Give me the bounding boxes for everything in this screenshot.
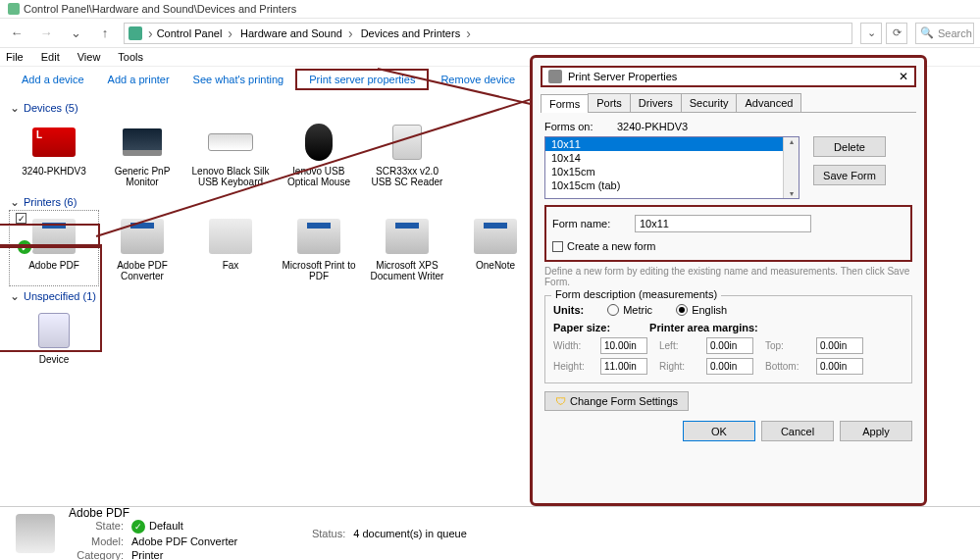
tab-security[interactable]: Security [681, 93, 738, 112]
menu-view[interactable]: View [77, 51, 101, 63]
printer-icon [32, 219, 76, 254]
printer-icon [121, 219, 164, 254]
search-input[interactable]: 🔍 Search [915, 23, 974, 44]
menu-file[interactable]: File [6, 51, 24, 63]
ok-button[interactable]: OK [683, 421, 755, 441]
up-button[interactable]: ↑ [94, 23, 116, 44]
back-button[interactable]: ← [6, 23, 27, 44]
device-item[interactable]: lenovo USB Optical Mouse [275, 117, 363, 191]
add-printer-button[interactable]: Add a printer [96, 71, 181, 88]
form-name-input[interactable] [635, 215, 811, 232]
tab-drivers[interactable]: Drivers [630, 93, 682, 112]
create-new-form-checkbox[interactable] [552, 241, 563, 252]
tab-ports[interactable]: Ports [588, 93, 631, 112]
monitor-icon [123, 128, 162, 156]
print-server-properties-dialog: Print Server Properties ✕ Forms Ports Dr… [530, 55, 927, 506]
server-name: 3240-PKHDV3 [617, 121, 688, 132]
device-icon [38, 313, 70, 348]
form-description-legend: Form description (measurements) [551, 288, 721, 300]
printer-item[interactable]: Microsoft Print to PDF [275, 211, 363, 285]
breadcrumb-item[interactable]: Hardware and Sound [236, 24, 357, 43]
printer-icon [386, 219, 429, 254]
search-icon: 🔍 [920, 26, 934, 39]
default-check-icon: ✓ [131, 520, 145, 534]
list-item[interactable]: 10x11 [545, 137, 799, 151]
window-title: Control Panel\Hardware and Sound\Devices… [24, 3, 296, 15]
printer-large-icon [16, 514, 55, 553]
right-margin-input[interactable] [706, 358, 753, 375]
close-button[interactable]: ✕ [899, 70, 908, 83]
selected-name: Adobe PDF [69, 506, 237, 520]
fax-icon [209, 219, 252, 254]
window-titlebar: Control Panel\Hardware and Sound\Devices… [0, 0, 980, 19]
tab-advanced[interactable]: Advanced [736, 93, 801, 112]
default-badge-icon: ✓ [16, 238, 33, 256]
device-item[interactable]: Lenovo Black Silk USB Keyboard [186, 117, 275, 191]
details-pane: Adobe PDF State: ✓Default Model: Adobe P… [0, 506, 980, 560]
cancel-button[interactable]: Cancel [761, 421, 834, 441]
device-item[interactable]: 3240-PKHDV3 [10, 117, 98, 191]
paper-size-label: Paper size: [553, 322, 610, 333]
print-server-properties-button[interactable]: Print server properties [295, 69, 429, 90]
refresh-button[interactable]: ⟳ [886, 23, 907, 44]
see-printing-button[interactable]: See what's printing [181, 71, 296, 88]
location-icon [129, 26, 142, 40]
printer-item[interactable]: Fax [186, 211, 275, 285]
recent-dropdown[interactable]: ⌄ [65, 23, 86, 44]
margins-label: Printer area margins: [649, 322, 758, 333]
dialog-tabs: Forms Ports Drivers Security Advanced [541, 93, 916, 113]
form-name-group: Form name: Create a new form [544, 205, 912, 262]
forms-listbox[interactable]: 10x11 10x14 10x15cm 10x15cm (tab) ▴▾ [544, 136, 799, 199]
keyboard-icon [208, 133, 253, 151]
menu-edit[interactable]: Edit [41, 51, 60, 63]
printer-small-icon [548, 70, 562, 83]
printer-item[interactable]: Microsoft XPS Document Writer [363, 211, 451, 285]
breadcrumb-item[interactable]: Devices and Printers [357, 24, 475, 43]
laptop-icon [32, 127, 76, 157]
height-input[interactable] [600, 358, 647, 375]
history-dropdown[interactable]: ⌄ [860, 23, 882, 44]
list-item[interactable]: 10x14 [545, 151, 799, 165]
bottom-margin-input[interactable] [816, 358, 863, 375]
dialog-titlebar: Print Server Properties ✕ [541, 66, 916, 87]
device-item[interactable]: Generic PnP Monitor [98, 117, 186, 191]
metric-radio[interactable] [607, 304, 619, 316]
form-hint: Define a new form by editing the existin… [544, 266, 912, 287]
units-label: Units: [553, 304, 584, 316]
printer-item[interactable]: OneNote [451, 211, 540, 285]
selection-checkbox[interactable]: ✓ [16, 213, 26, 224]
printer-icon [474, 219, 517, 254]
save-form-button[interactable]: Save Form [813, 165, 886, 185]
form-name-label: Form name: [552, 218, 621, 229]
mouse-icon [305, 124, 333, 161]
list-item[interactable]: 10x15cm [545, 165, 799, 178]
tab-forms[interactable]: Forms [541, 94, 589, 113]
menu-tools[interactable]: Tools [118, 51, 143, 63]
list-item[interactable]: 10x15cm (tab) [545, 178, 799, 192]
card-reader-icon [392, 125, 422, 160]
left-margin-input[interactable] [706, 337, 753, 354]
printer-icon [297, 219, 340, 254]
change-form-settings-button[interactable]: 🛡 Change Form Settings [544, 391, 689, 411]
breadcrumb[interactable]: Control Panel Hardware and Sound Devices… [124, 23, 852, 44]
form-description-group: Form description (measurements) Units: M… [544, 295, 912, 383]
app-icon [8, 3, 20, 15]
scrollbar[interactable]: ▴▾ [783, 137, 799, 198]
create-new-form-label: Create a new form [567, 240, 655, 252]
breadcrumb-item[interactable]: Control Panel [153, 24, 236, 43]
printer-item-adobe-pdf[interactable]: ✓ ✓ Adobe PDF [10, 211, 98, 285]
address-bar: ← → ⌄ ↑ Control Panel Hardware and Sound… [0, 19, 980, 48]
unspecified-item[interactable]: Device [10, 305, 98, 369]
width-input[interactable] [600, 337, 647, 354]
add-device-button[interactable]: Add a device [10, 71, 96, 88]
forward-button[interactable]: → [35, 23, 57, 44]
forms-on-label: Forms on: [544, 121, 603, 132]
remove-device-button[interactable]: Remove device [429, 71, 527, 88]
search-placeholder: Search [938, 27, 972, 39]
apply-button[interactable]: Apply [840, 421, 912, 441]
top-margin-input[interactable] [816, 337, 863, 354]
delete-button[interactable]: Delete [813, 136, 886, 157]
english-radio[interactable] [676, 304, 688, 316]
shield-icon: 🛡 [555, 395, 566, 407]
